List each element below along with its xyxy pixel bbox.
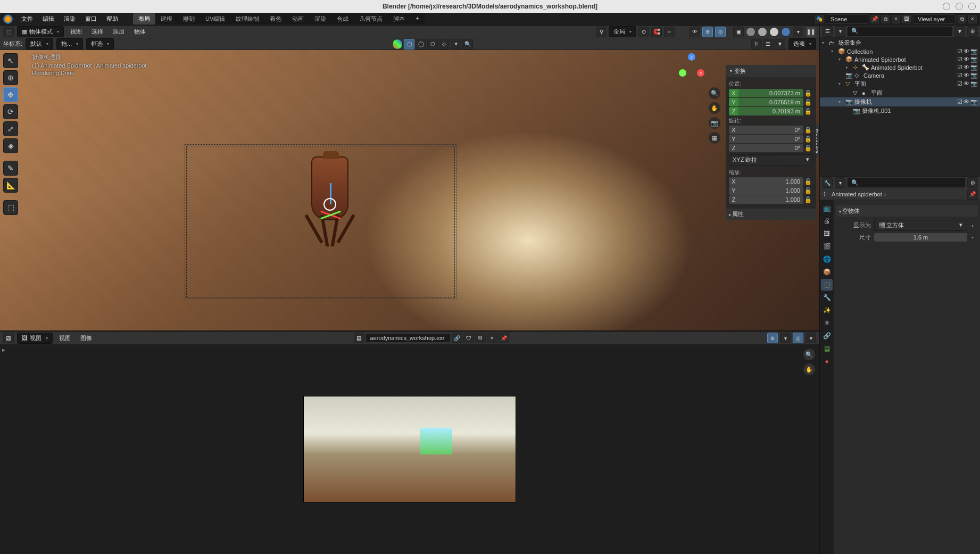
- tab-add-button[interactable]: +: [410, 13, 424, 24]
- scale-x-field[interactable]: 1.000: [738, 177, 803, 186]
- disable-render-icon[interactable]: 📷: [970, 64, 978, 71]
- outliner-item[interactable]: ▾📷摄像机☑👁📷: [820, 97, 980, 106]
- nav-gizmo-y[interactable]: Y: [679, 69, 686, 77]
- editor-type-3dview-icon[interactable]: ⬚: [3, 27, 14, 37]
- viewlayer-delete-icon[interactable]: ×: [968, 15, 977, 23]
- prop-tab-material[interactable]: ●: [821, 355, 833, 367]
- blender-logo-icon[interactable]: [3, 14, 13, 24]
- rotation-y-field[interactable]: 0°: [738, 135, 803, 143]
- image-mode-dropdown[interactable]: 🖼 视图▾: [17, 333, 53, 344]
- rotation-x-field[interactable]: 0°: [738, 126, 803, 134]
- 3d-viewport[interactable]: ↖ ⊕ ✥ ⟳ ⤢ ◈ ✎ 📐 ⬚ 摄像机透视 (1) Animated Spi…: [0, 50, 819, 330]
- lock-loc-x-icon[interactable]: 🔓: [803, 90, 813, 97]
- editor-type-properties-icon[interactable]: 🔧: [822, 177, 833, 188]
- scene-name-field[interactable]: Scene: [826, 14, 868, 24]
- scene-delete-icon[interactable]: ×: [892, 15, 900, 23]
- tool-rotate[interactable]: ⟳: [3, 104, 18, 119]
- scene-pin-icon[interactable]: 📌: [870, 15, 879, 23]
- image-unlink-icon[interactable]: ×: [487, 333, 497, 343]
- image-name-field[interactable]: aerodynamics_workshop.exr: [366, 333, 451, 343]
- shading-options-chevron-icon[interactable]: ▾: [793, 27, 803, 37]
- lock-scale-y-icon[interactable]: 🔓: [803, 187, 813, 194]
- window-close-button[interactable]: ×: [968, 3, 976, 10]
- outliner-newcollection-icon[interactable]: ⊕: [967, 26, 978, 37]
- drag-dropdown[interactable]: 拖...▾: [56, 38, 83, 49]
- display-as-dropdown[interactable]: ▦ 立方体▾: [874, 220, 967, 231]
- properties-search-input[interactable]: 🔍: [848, 178, 965, 187]
- location-z-field[interactable]: 0.20193 m: [738, 107, 803, 115]
- xray-toggle-icon[interactable]: ▣: [733, 27, 744, 37]
- disable-render-icon[interactable]: 📷: [970, 48, 978, 55]
- orientation-dropdown[interactable]: 默认▾: [26, 38, 53, 49]
- location-y-field[interactable]: -0.076519 m: [738, 98, 803, 106]
- scale-y-field[interactable]: 1.000: [738, 186, 803, 195]
- outliner-search-input[interactable]: 🔍: [848, 27, 952, 36]
- snap-mode-3-icon[interactable]: ⬡: [427, 39, 438, 49]
- nav-gizmo[interactable]: Z X Y: [676, 53, 708, 85]
- editor-type-image-icon[interactable]: 🖼: [3, 333, 14, 343]
- prop-tab-scene[interactable]: 🎬: [821, 241, 833, 252]
- snap-mode-1-icon[interactable]: ▢: [404, 39, 414, 49]
- tab-modeling[interactable]: 建模: [155, 13, 178, 24]
- gizmo-toggle-icon[interactable]: ⊕: [702, 27, 713, 37]
- window-minimize-button[interactable]: –: [943, 3, 950, 10]
- viewlayer-new-icon[interactable]: ⧉: [958, 15, 966, 23]
- menu-file[interactable]: 文件: [17, 13, 37, 24]
- lock-scale-z-icon[interactable]: 🔓: [803, 196, 813, 203]
- proportional-icon[interactable]: ○: [664, 27, 675, 37]
- image-overlays-toggle-icon[interactable]: ◎: [793, 333, 803, 343]
- tool-measure[interactable]: 📐: [3, 178, 18, 193]
- prop-tab-data[interactable]: ▤: [821, 343, 833, 354]
- header-layers-icon[interactable]: ☰: [763, 39, 774, 49]
- viewport-pause-icon[interactable]: ❚❚: [805, 27, 816, 37]
- header-add[interactable]: 添加: [110, 27, 128, 37]
- window-maximize-button[interactable]: □: [956, 3, 963, 10]
- outliner-item[interactable]: ▽●平面: [820, 88, 980, 97]
- tool-transform[interactable]: ◈: [3, 138, 18, 153]
- search-icon[interactable]: 🔍: [462, 39, 473, 49]
- shading-rendered-icon[interactable]: [781, 27, 791, 37]
- orientation-icon[interactable]: ⚲: [596, 27, 607, 37]
- outliner-item[interactable]: ▾▽平面☑👁📷: [820, 79, 980, 88]
- tab-compositing[interactable]: 合成: [331, 13, 354, 24]
- props-pin-icon[interactable]: 📌: [967, 189, 978, 200]
- header-object[interactable]: 物体: [131, 27, 149, 37]
- exclude-checkbox-icon[interactable]: ☑: [957, 64, 962, 71]
- rotation-mode-dropdown[interactable]: XYZ 欧拉▾: [729, 154, 813, 166]
- hide-eye-icon[interactable]: 👁: [964, 56, 969, 63]
- shading-solid-icon[interactable]: [758, 27, 767, 37]
- snap-mode-5-icon[interactable]: ✦: [451, 39, 461, 49]
- header-select[interactable]: 选择: [88, 27, 106, 37]
- snap-mode-2-icon[interactable]: ◯: [416, 39, 426, 49]
- lock-rot-y-icon[interactable]: 🔓: [803, 136, 813, 143]
- disable-render-icon[interactable]: 📷: [970, 98, 978, 105]
- mode-dropdown[interactable]: ▦ 物体模式▾: [17, 26, 64, 37]
- image-pin-icon[interactable]: 📌: [499, 333, 509, 343]
- props-options-icon[interactable]: ⚙: [967, 177, 978, 188]
- tab-rendering[interactable]: 渲染: [309, 13, 331, 24]
- transform-orientation-dropdown[interactable]: 全局▾: [609, 26, 636, 37]
- pivot-icon[interactable]: ⊙: [638, 27, 649, 37]
- image-linked-icon[interactable]: 🔗: [452, 333, 462, 343]
- outliner-item[interactable]: 📷摄像机.001: [820, 106, 980, 115]
- image-gizmo-toggle-icon[interactable]: ⊕: [767, 333, 778, 343]
- lock-scale-x-icon[interactable]: 🔓: [803, 178, 813, 185]
- tab-uv[interactable]: UV编辑: [200, 13, 230, 24]
- breadcrumb-object-name[interactable]: Animated spiderbot: [832, 191, 882, 197]
- disable-render-icon[interactable]: 📷: [970, 72, 978, 79]
- outliner-item[interactable]: ▾📦Animated Spiderbot☑👁📷: [820, 55, 980, 63]
- props-display-chevron-icon[interactable]: ▾: [835, 177, 845, 188]
- boxselect-dropdown[interactable]: 框选▾: [86, 38, 114, 49]
- exclude-checkbox-icon[interactable]: ☑: [957, 48, 962, 55]
- menu-edit[interactable]: 编辑: [38, 13, 59, 24]
- lock-loc-y-icon[interactable]: 🔓: [803, 99, 813, 106]
- prop-tab-physics[interactable]: ⚛: [821, 317, 833, 329]
- disable-render-icon[interactable]: 📷: [970, 56, 978, 63]
- overlays-toggle-icon[interactable]: ◎: [715, 27, 726, 37]
- gizmo-center-ring[interactable]: [323, 198, 336, 211]
- scene-copy-icon[interactable]: ⧉: [881, 15, 890, 23]
- hide-eye-icon[interactable]: 👁: [964, 64, 969, 71]
- header-flag-icon[interactable]: 🏳: [751, 39, 762, 49]
- nav-pan-icon[interactable]: ✋: [709, 102, 720, 114]
- tree-toggle-icon[interactable]: ▾: [838, 100, 844, 104]
